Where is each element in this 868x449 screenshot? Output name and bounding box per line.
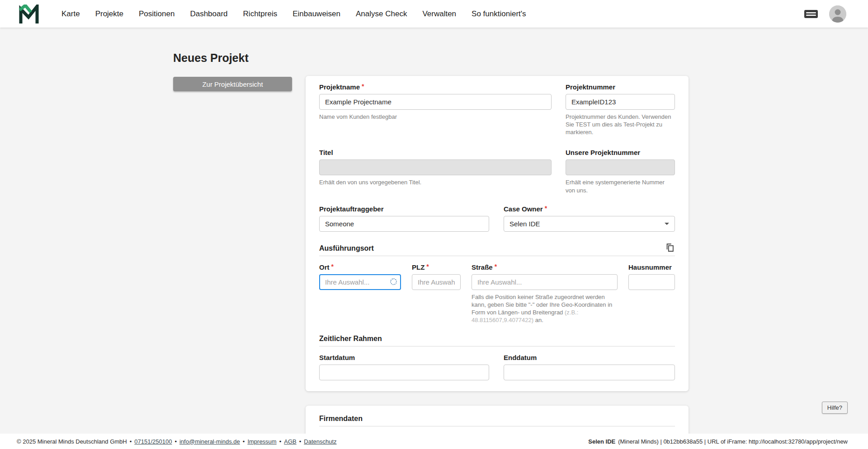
projektauftraggeber-input[interactable] <box>319 216 489 232</box>
footer-datenschutz-link[interactable]: Datenschutz <box>304 438 336 445</box>
footer-separator: • <box>279 438 282 445</box>
required-asterisk: * <box>545 205 547 212</box>
projektnummer-label: Projektnummer <box>566 83 675 91</box>
titel-label: Titel <box>319 149 552 156</box>
nav-richtpreis[interactable]: Richtpreis <box>243 9 278 19</box>
nav-positionen[interactable]: Positionen <box>139 9 175 19</box>
footer-session-info: (Mineral Minds) | 0b12bb638a55 | URL of … <box>618 438 848 445</box>
required-asterisk: * <box>331 263 334 270</box>
unsere-projektnummer-label: Unsere Projektnummer <box>566 149 675 156</box>
section-firmendaten-title: Firmendaten <box>319 415 363 423</box>
section-ausfuehrungsort: Ausführungsort <box>319 243 675 256</box>
footer-user: Selen IDE <box>588 438 615 445</box>
plz-input[interactable] <box>412 274 461 290</box>
nav-projekte[interactable]: Projekte <box>95 9 123 19</box>
section-zeitlicher-rahmen-title: Zeitlicher Rahmen <box>319 335 382 343</box>
case-owner-value: Selen IDE <box>509 220 540 228</box>
section-zeitlicher-rahmen: Zeitlicher Rahmen <box>319 335 675 346</box>
footer-left: © 2025 Mineral Minds Deutschland GmbH • … <box>17 438 337 445</box>
ort-input[interactable] <box>319 274 401 290</box>
required-asterisk: * <box>426 263 429 270</box>
form-row-ort: Ort* PLZ* Straße* Falls die Po <box>319 263 675 324</box>
project-form-card: Projektname* Name vom Kunden festlegbar … <box>306 76 689 391</box>
hausnummer-label: Hausnummer <box>628 263 675 271</box>
nav-dashboard[interactable]: Dashboard <box>190 9 227 19</box>
titel-helper: Erhält den von uns vorgegebenen Titel. <box>319 178 552 186</box>
top-navbar: Karte Projekte Positionen Dashboard Rich… <box>0 0 868 28</box>
user-avatar-icon[interactable] <box>829 5 846 23</box>
footer-email-link[interactable]: info@mineral-minds.de <box>179 438 240 445</box>
nav-verwalten[interactable]: Verwalten <box>422 9 456 19</box>
main-nav: Karte Projekte Positionen Dashboard Rich… <box>61 9 526 19</box>
nav-analyse-check[interactable]: Analyse Check <box>356 9 407 19</box>
projektauftraggeber-label: Projektauftraggeber <box>319 205 489 213</box>
section-firmendaten: Firmendaten <box>319 415 675 426</box>
footer-separator: • <box>299 438 302 445</box>
strasse-input[interactable] <box>472 274 618 290</box>
firmendaten-card: Firmendaten <box>306 406 689 434</box>
enddatum-label: Enddatum <box>504 354 675 361</box>
chevron-down-icon <box>665 223 669 225</box>
case-owner-label: Case Owner* <box>504 205 675 213</box>
required-asterisk: * <box>362 83 364 90</box>
strasse-helper: Falls die Position keiner Straße zugeord… <box>472 293 618 324</box>
footer-separator: • <box>243 438 245 445</box>
hausnummer-input[interactable] <box>628 274 675 290</box>
plz-label: PLZ* <box>412 263 461 271</box>
copy-icon[interactable] <box>665 243 675 253</box>
projektnummer-helper: Projektnummer des Kunden. Verwenden Sie … <box>566 113 675 136</box>
unsere-projektnummer-helper: Erhält eine systemgenerierte Nummer von … <box>566 178 675 194</box>
page-title: Neues Projekt <box>173 51 249 65</box>
footer-phone-link[interactable]: 07151/250100 <box>134 438 172 445</box>
keyboard-icon[interactable] <box>804 9 818 19</box>
startdatum-input[interactable] <box>319 365 489 380</box>
footer-separator: • <box>175 438 177 445</box>
nav-so-funktionierts[interactable]: So funktioniert's <box>472 9 526 19</box>
footer-copyright: © 2025 Mineral Minds Deutschland GmbH <box>17 438 127 445</box>
form-row-dates: Startdatum Enddatum <box>319 354 675 380</box>
ort-label: Ort* <box>319 263 401 271</box>
projektname-helper: Name vom Kunden festlegbar <box>319 113 552 121</box>
projektname-label: Projektname* <box>319 83 552 91</box>
nav-right-actions <box>804 5 846 23</box>
back-to-projects-button[interactable]: Zur Projektübersicht <box>173 77 292 91</box>
form-row-name-number: Projektname* Name vom Kunden festlegbar … <box>319 83 675 136</box>
app-logo[interactable] <box>19 5 39 23</box>
case-owner-select[interactable]: Selen IDE <box>504 216 675 232</box>
enddatum-input[interactable] <box>504 365 675 380</box>
startdatum-label: Startdatum <box>319 354 489 361</box>
nav-karte[interactable]: Karte <box>61 9 80 19</box>
logo-mark-icon <box>19 5 39 23</box>
unsere-projektnummer-input <box>566 159 675 175</box>
titel-input <box>319 159 552 175</box>
projektname-input[interactable] <box>319 94 552 110</box>
nav-einbauweisen[interactable]: Einbauweisen <box>292 9 340 19</box>
form-row-titel-unsere-nummer: Titel Erhält den von uns vorgegebenen Ti… <box>319 149 675 194</box>
footer-separator: • <box>130 438 132 445</box>
footer-agb-link[interactable]: AGB <box>284 438 296 445</box>
required-asterisk: * <box>495 263 497 270</box>
footer-right: Selen IDE (Mineral Minds) | 0b12bb638a55… <box>588 438 848 445</box>
footer-impressum-link[interactable]: Impressum <box>247 438 276 445</box>
main-content: Neues Projekt Zur Projektübersicht Proje… <box>0 28 868 434</box>
form-row-auftraggeber-caseowner: Projektauftraggeber Case Owner* Selen ID… <box>319 205 675 232</box>
help-button[interactable]: Hilfe? <box>822 402 848 414</box>
strasse-label: Straße* <box>472 263 618 271</box>
projektnummer-input[interactable] <box>566 94 675 110</box>
footer: © 2025 Mineral Minds Deutschland GmbH • … <box>0 434 868 449</box>
section-ausfuehrungsort-title: Ausführungsort <box>319 244 374 253</box>
